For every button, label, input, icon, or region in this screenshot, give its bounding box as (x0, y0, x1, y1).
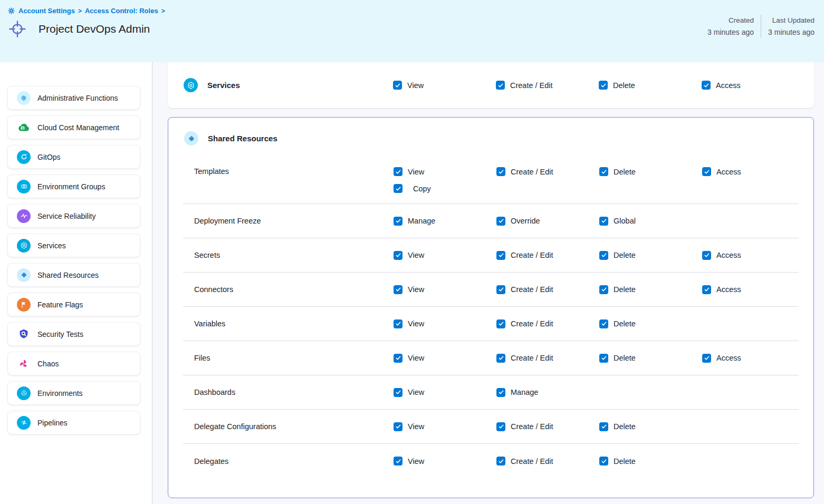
created-value: 3 minutes ago (707, 26, 754, 38)
sidebar-item-administrative-functions[interactable]: Administrative Functions (7, 86, 140, 110)
checkbox-checked-icon[interactable] (599, 285, 608, 294)
checkbox-checked-icon[interactable] (496, 285, 505, 294)
breadcrumb-account-settings[interactable]: Account Settings (18, 7, 75, 15)
checkbox-checked-icon[interactable] (394, 457, 403, 466)
permission-checkbox-manage[interactable]: Manage (394, 217, 496, 226)
checkbox-checked-icon[interactable] (394, 422, 403, 431)
permission-checkbox-delete[interactable]: Delete (599, 285, 702, 294)
permission-checkbox-view[interactable]: View (394, 457, 496, 466)
sidebar-item-environment-groups[interactable]: Environment Groups (7, 175, 140, 198)
shared-resources-icon (17, 268, 31, 282)
checkbox-checked-icon[interactable] (394, 167, 403, 176)
permission-checkbox-manage[interactable]: Manage (496, 388, 599, 397)
resource-categories-sidebar: Administrative Functions $ Cloud Cost Ma… (0, 62, 152, 504)
checkbox-checked-icon[interactable] (496, 457, 505, 466)
checkbox-checked-icon[interactable] (599, 319, 608, 328)
checkbox-checked-icon[interactable] (599, 354, 608, 363)
checkbox-checked-icon[interactable] (702, 285, 711, 294)
permission-checkbox-copy[interactable]: Copy (394, 184, 496, 193)
checkbox-checked-icon[interactable] (599, 167, 608, 176)
permission-checkbox-access[interactable]: Access (702, 81, 814, 90)
checkbox-checked-icon[interactable] (496, 319, 505, 328)
created-meta: Created 3 minutes ago (707, 15, 754, 38)
permission-checkbox-create-edit[interactable]: Create / Edit (496, 81, 599, 90)
checkbox-checked-icon[interactable] (599, 217, 608, 226)
checkbox-checked-icon[interactable] (393, 81, 402, 90)
permission-checkbox-view[interactable]: View (394, 354, 496, 363)
permission-checkbox-delete[interactable]: Delete (599, 457, 702, 466)
permission-checkbox-delete[interactable]: Delete (599, 81, 702, 90)
permissions-panel: Services View Create / Edit Delete Acces… (152, 62, 824, 504)
permission-checkbox-create-edit[interactable]: Create / Edit (496, 285, 599, 294)
table-row-files: Files View Create / Edit Delete Access (183, 341, 799, 375)
permission-checkbox-access[interactable]: Access (702, 354, 799, 363)
checkbox-checked-icon[interactable] (394, 354, 403, 363)
breadcrumb-access-control-roles[interactable]: Access Control: Roles (85, 7, 158, 15)
permission-checkbox-view[interactable]: View (394, 167, 496, 176)
checkbox-checked-icon[interactable] (496, 81, 505, 90)
checkbox-checked-icon[interactable] (496, 167, 505, 176)
resource-name: Delegate Configurations (183, 422, 394, 431)
checkbox-checked-icon[interactable] (599, 81, 608, 90)
sidebar-item-pipelines[interactable]: Pipelines (7, 411, 140, 434)
permission-checkbox-delete[interactable]: Delete (599, 354, 702, 363)
sidebar-item-service-reliability[interactable]: Service Reliability (7, 204, 140, 228)
settings-gear-icon (7, 7, 15, 15)
permission-checkbox-delete[interactable]: Delete (599, 167, 702, 176)
permission-checkbox-view[interactable]: View (394, 388, 496, 397)
checkbox-checked-icon[interactable] (496, 388, 505, 397)
checkbox-checked-icon[interactable] (702, 81, 711, 90)
checkbox-checked-icon[interactable] (394, 285, 403, 294)
sidebar-item-label: Cloud Cost Management (37, 123, 119, 132)
sidebar-item-environments[interactable]: Environments (7, 381, 140, 405)
gitops-icon (17, 150, 31, 164)
permission-checkbox-create-edit[interactable]: Create / Edit (496, 457, 599, 466)
permission-checkbox-delete[interactable]: Delete (599, 251, 702, 260)
checkbox-checked-icon[interactable] (394, 319, 403, 328)
permission-checkbox-view[interactable]: View (394, 251, 496, 260)
permission-checkbox-create-edit[interactable]: Create / Edit (496, 167, 599, 176)
permission-checkbox-view[interactable]: View (394, 319, 496, 328)
permission-checkbox-view[interactable]: View (394, 285, 496, 294)
permission-checkbox-create-edit[interactable]: Create / Edit (496, 422, 599, 431)
sidebar-item-services[interactable]: Services (7, 234, 140, 257)
sidebar-item-label: Environments (37, 389, 83, 398)
admin-gear-icon (17, 91, 31, 105)
permission-checkbox-delete[interactable]: Delete (599, 319, 702, 328)
permission-checkbox-create-edit[interactable]: Create / Edit (496, 354, 599, 363)
checkbox-checked-icon[interactable] (599, 251, 608, 260)
permission-checkbox-global[interactable]: Global (599, 217, 702, 226)
checkbox-checked-icon[interactable] (599, 457, 608, 466)
permission-checkbox-access[interactable]: Access (702, 285, 799, 294)
permission-checkbox-view[interactable]: View (394, 422, 496, 431)
permission-checkbox-view[interactable]: View (393, 81, 496, 90)
checkbox-checked-icon[interactable] (496, 217, 505, 226)
sidebar-item-gitops[interactable]: GitOps (7, 145, 140, 169)
sidebar-item-feature-flags[interactable]: Feature Flags (7, 293, 140, 316)
permission-checkbox-access[interactable]: Access (702, 251, 799, 260)
checkbox-checked-icon[interactable] (394, 184, 403, 193)
permission-checkbox-access[interactable]: Access (702, 167, 799, 176)
checkbox-checked-icon[interactable] (702, 354, 711, 363)
permission-checkbox-delete[interactable]: Delete (599, 422, 702, 431)
checkbox-checked-icon[interactable] (599, 422, 608, 431)
sidebar-item-chaos[interactable]: Chaos (7, 352, 140, 375)
checkbox-checked-icon[interactable] (496, 354, 505, 363)
checkbox-checked-icon[interactable] (702, 251, 711, 260)
security-tests-icon (17, 327, 31, 341)
service-reliability-icon (17, 209, 31, 223)
sidebar-item-shared-resources[interactable]: Shared Resources (7, 263, 140, 287)
checkbox-checked-icon[interactable] (394, 251, 403, 260)
checkbox-checked-icon[interactable] (702, 167, 711, 176)
permission-checkbox-override[interactable]: Override (496, 217, 599, 226)
sidebar-item-cloud-cost-management[interactable]: $ Cloud Cost Management (7, 115, 140, 139)
cloud-dollar-icon: $ (17, 121, 31, 134)
sidebar-item-security-tests[interactable]: Security Tests (7, 322, 140, 346)
permission-checkbox-create-edit[interactable]: Create / Edit (496, 319, 599, 328)
checkbox-checked-icon[interactable] (394, 217, 403, 226)
shared-resources-icon (184, 131, 198, 146)
checkbox-checked-icon[interactable] (496, 251, 505, 260)
permission-checkbox-create-edit[interactable]: Create / Edit (496, 251, 599, 260)
checkbox-checked-icon[interactable] (496, 422, 505, 431)
checkbox-checked-icon[interactable] (394, 388, 403, 397)
